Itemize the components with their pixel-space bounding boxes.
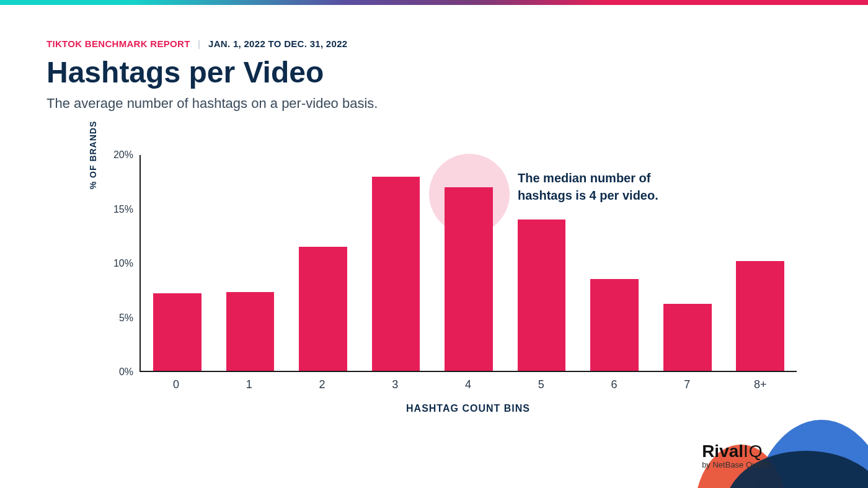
logo-byline: by NetBase Quid® [702,460,769,469]
bars-container [141,155,797,371]
bar [372,177,420,371]
page-title: Hashtags per Video [46,55,825,89]
bar-column [432,155,505,371]
bar-column [214,155,287,371]
y-tick: 0% [96,366,133,378]
brand-gradient-bar [0,0,868,5]
page: TIKTOK BENCHMARK REPORT | JAN. 1, 2022 T… [0,5,868,488]
logo-brand: RivalIQ [702,441,769,461]
bar [663,304,712,371]
x-tick: 8+ [724,378,797,391]
logo-text: RivalIQ by NetBase Quid® [702,441,769,469]
bar [736,261,784,371]
x-tick: 0 [140,378,213,391]
x-tick: 2 [286,378,359,391]
y-tick: 10% [96,258,133,269]
chart-annotation: The median number of hashtags is 4 per v… [518,169,691,204]
x-tick: 3 [358,378,432,391]
report-name: TIKTOK BENCHMARK REPORT [46,38,190,49]
plot-area [140,155,797,372]
report-date-range: JAN. 1, 2022 TO DEC. 31, 2022 [208,38,347,49]
logo-brand-light: IQ [743,441,763,461]
y-tick: 15% [96,204,133,215]
bar [299,247,347,371]
x-tick: 6 [578,378,651,391]
y-tick: 5% [96,313,133,324]
x-tick: 1 [213,378,286,391]
logo-brand-bold: Rival [702,441,743,461]
bar-column [360,155,433,371]
bar-column [724,155,797,371]
x-tick: 4 [432,378,505,391]
x-tick: 5 [505,378,578,391]
bar [518,220,566,371]
bar [226,292,275,371]
x-tick: 7 [650,378,724,391]
bar [590,279,639,371]
x-axis-ticks: 012345678+ [140,378,797,391]
bar-column [286,155,360,371]
y-axis: 0%5%10%15%20% [96,155,140,372]
bar-column [141,155,214,371]
y-tick: 20% [96,149,133,161]
logo-area: RivalIQ by NetBase Quid® [657,414,868,488]
eyebrow-separator: | [198,38,201,49]
eyebrow: TIKTOK BENCHMARK REPORT | JAN. 1, 2022 T… [46,38,825,49]
page-subtitle: The average number of hashtags on a per-… [46,95,825,112]
x-axis-label: HASHTAG COUNT BINS [140,403,797,414]
bar [153,293,202,371]
bar [445,187,493,371]
